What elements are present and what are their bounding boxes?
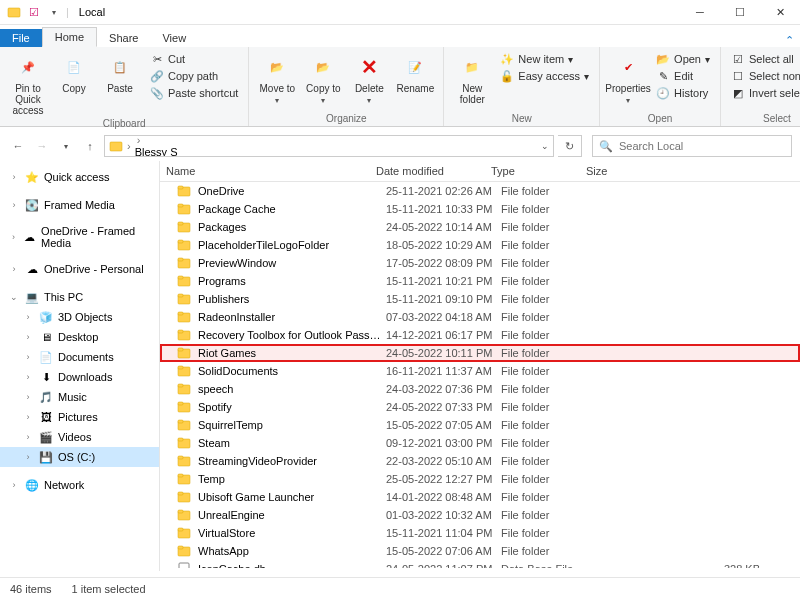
sidebar-item[interactable]: ›🧊3D Objects <box>0 307 159 327</box>
sidebar-item[interactable]: ›🖼Pictures <box>0 407 159 427</box>
svg-rect-21 <box>178 348 183 351</box>
file-row[interactable]: VirtualStore15-11-2021 11:04 PMFile fold… <box>160 524 800 542</box>
back-button[interactable]: ← <box>8 136 28 156</box>
file-row[interactable]: Spotify24-05-2022 07:33 PMFile folder <box>160 398 800 416</box>
folder-icon <box>176 543 192 559</box>
navigation-pane[interactable]: ›⭐Quick access›💽Framed Media›☁OneDrive -… <box>0 161 160 571</box>
up-button[interactable]: ↑ <box>80 136 100 156</box>
file-row[interactable]: Steam09-12-2021 03:00 PMFile folder <box>160 434 800 452</box>
close-button[interactable]: ✕ <box>760 0 800 25</box>
paste-button[interactable]: 📋Paste <box>98 51 142 96</box>
tab-file[interactable]: File <box>0 29 42 47</box>
pin-to-quick-access-button[interactable]: 📌Pin to Quick access <box>6 51 50 118</box>
file-row[interactable]: Programs15-11-2021 10:21 PMFile folder <box>160 272 800 290</box>
tab-share[interactable]: Share <box>97 29 150 47</box>
sidebar-item[interactable]: ›🎵Music <box>0 387 159 407</box>
column-headers[interactable]: Name Date modified Type Size <box>160 161 800 182</box>
file-row[interactable]: Publishers15-11-2021 09:10 PMFile folder <box>160 290 800 308</box>
new-folder-button[interactable]: 📁New folder <box>450 51 494 107</box>
history-button[interactable]: 🕘History <box>652 85 714 101</box>
tab-home[interactable]: Home <box>42 27 97 47</box>
refresh-button[interactable]: ↻ <box>558 135 582 157</box>
column-type[interactable]: Type <box>485 161 580 181</box>
minimize-button[interactable]: ─ <box>680 0 720 25</box>
qat-dropdown-icon[interactable]: ▾ <box>46 4 62 20</box>
column-date[interactable]: Date modified <box>370 161 485 181</box>
file-row[interactable]: Ubisoft Game Launcher14-01-2022 08:48 AM… <box>160 488 800 506</box>
tree-twisty-icon[interactable]: › <box>22 452 34 462</box>
sidebar-item[interactable]: ›⭐Quick access <box>0 167 159 187</box>
properties-button[interactable]: ✔Properties▾ <box>606 51 650 107</box>
search-box[interactable]: 🔍 <box>592 135 792 157</box>
recent-locations-button[interactable]: ▾ <box>56 136 76 156</box>
maximize-button[interactable]: ☐ <box>720 0 760 25</box>
file-row[interactable]: IconCache.db24-05-2022 11:07 PMData Base… <box>160 560 800 568</box>
file-row[interactable]: SolidDocuments16-11-2021 11:37 AMFile fo… <box>160 362 800 380</box>
file-row[interactable]: Recovery Toolbox for Outlook Password14-… <box>160 326 800 344</box>
rename-button[interactable]: 📝Rename <box>393 51 437 96</box>
file-row[interactable]: SquirrelTemp15-05-2022 07:05 AMFile fold… <box>160 416 800 434</box>
sidebar-item[interactable]: ›🌐Network <box>0 475 159 495</box>
tree-twisty-icon[interactable]: › <box>22 332 34 342</box>
search-input[interactable] <box>619 140 785 152</box>
select-all-button[interactable]: ☑Select all <box>727 51 800 67</box>
file-row[interactable]: Package Cache15-11-2021 10:33 PMFile fol… <box>160 200 800 218</box>
cut-button[interactable]: ✂Cut <box>146 51 242 67</box>
tree-twisty-icon[interactable]: › <box>22 432 34 442</box>
tree-twisty-icon[interactable]: ⌄ <box>8 292 20 302</box>
edit-button[interactable]: ✎Edit <box>652 68 714 84</box>
file-row[interactable]: UnrealEngine01-03-2022 10:32 AMFile fold… <box>160 506 800 524</box>
file-date: 15-05-2022 07:05 AM <box>386 419 501 431</box>
sidebar-item[interactable]: ›🖥Desktop <box>0 327 159 347</box>
file-row[interactable]: Riot Games24-05-2022 10:11 PMFile folder <box>160 344 800 362</box>
copy-to-button[interactable]: 📂Copy to▾ <box>301 51 345 107</box>
tree-twisty-icon[interactable]: › <box>22 412 34 422</box>
sidebar-item[interactable]: ›☁OneDrive - Personal <box>0 259 159 279</box>
tree-twisty-icon[interactable]: › <box>22 392 34 402</box>
file-row[interactable]: Temp25-05-2022 12:27 PMFile folder <box>160 470 800 488</box>
tree-twisty-icon[interactable]: › <box>22 312 34 322</box>
sidebar-item[interactable]: ›🎬Videos <box>0 427 159 447</box>
sidebar-item[interactable]: ›📄Documents <box>0 347 159 367</box>
copy-path-button[interactable]: 🔗Copy path <box>146 68 242 84</box>
help-icon[interactable]: ⌃ <box>778 34 800 47</box>
sidebar-item[interactable]: ⌄💻This PC <box>0 287 159 307</box>
folder-icon <box>176 327 192 343</box>
copy-button[interactable]: 📄Copy <box>52 51 96 96</box>
tree-twisty-icon[interactable]: › <box>8 480 20 490</box>
select-none-button[interactable]: ☐Select none <box>727 68 800 84</box>
sidebar-item[interactable]: ›💽Framed Media <box>0 195 159 215</box>
file-row[interactable]: OneDrive25-11-2021 02:26 AMFile folder <box>160 182 800 200</box>
breadcrumb-item[interactable]: Blessy S <box>135 146 178 157</box>
tree-twisty-icon[interactable]: › <box>22 352 34 362</box>
qat-properties-icon[interactable]: ☑ <box>26 4 42 20</box>
sidebar-item[interactable]: ›💾OS (C:) <box>0 447 159 467</box>
column-name[interactable]: Name <box>160 161 370 181</box>
tree-twisty-icon[interactable]: › <box>8 200 20 210</box>
tree-twisty-icon[interactable]: › <box>22 372 34 382</box>
easy-access-button[interactable]: 🔓Easy access ▾ <box>496 68 593 84</box>
column-size[interactable]: Size <box>580 161 800 181</box>
new-item-button[interactable]: ✨New item ▾ <box>496 51 593 67</box>
tree-twisty-icon[interactable]: › <box>8 264 20 274</box>
tab-view[interactable]: View <box>150 29 198 47</box>
address-bar[interactable]: › This PC›OS (C:)›Users›Blessy S›AppData… <box>104 135 554 157</box>
sidebar-item[interactable]: ›⬇Downloads <box>0 367 159 387</box>
file-row[interactable]: Packages24-05-2022 10:14 AMFile folder <box>160 218 800 236</box>
sidebar-item[interactable]: ›☁OneDrive - Framed Media <box>0 223 159 251</box>
forward-button[interactable]: → <box>32 136 52 156</box>
file-row[interactable]: RadeonInstaller07-03-2022 04:18 AMFile f… <box>160 308 800 326</box>
move-to-button[interactable]: 📂Move to▾ <box>255 51 299 107</box>
file-row[interactable]: PreviewWindow17-05-2022 08:09 PMFile fol… <box>160 254 800 272</box>
address-dropdown-icon[interactable]: ⌄ <box>541 141 549 151</box>
invert-selection-button[interactable]: ◩Invert selection <box>727 85 800 101</box>
file-row[interactable]: PlaceholderTileLogoFolder18-05-2022 10:2… <box>160 236 800 254</box>
tree-twisty-icon[interactable]: › <box>8 172 20 182</box>
tree-twisty-icon[interactable]: › <box>8 232 19 242</box>
file-row[interactable]: speech24-03-2022 07:36 PMFile folder <box>160 380 800 398</box>
open-button[interactable]: 📂Open ▾ <box>652 51 714 67</box>
file-row[interactable]: StreamingVideoProvider22-03-2022 05:10 A… <box>160 452 800 470</box>
paste-shortcut-button[interactable]: 📎Paste shortcut <box>146 85 242 101</box>
delete-button[interactable]: ✕Delete▾ <box>347 51 391 107</box>
file-row[interactable]: WhatsApp15-05-2022 07:06 AMFile folder <box>160 542 800 560</box>
